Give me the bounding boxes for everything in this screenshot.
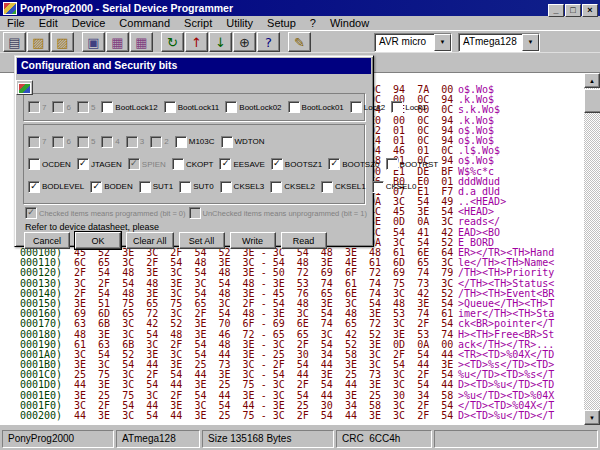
save-file-button[interactable]: ▣ bbox=[82, 32, 105, 52]
help-button[interactable]: ? bbox=[257, 32, 280, 52]
checkbox-label: BootLock12 bbox=[115, 103, 157, 112]
fuse-checkbox-cksel2[interactable]: CKSEL2 bbox=[270, 181, 315, 193]
open-file-button[interactable]: ▨ bbox=[27, 32, 50, 52]
read-button[interactable]: Read bbox=[281, 232, 327, 249]
menu-item-edit[interactable]: Edit bbox=[32, 16, 65, 30]
checkbox-box[interactable] bbox=[350, 101, 362, 113]
checkbox-box[interactable] bbox=[101, 101, 113, 113]
fuse-checkbox-ocden[interactable]: OCDEN bbox=[28, 158, 71, 170]
checkbox-box[interactable] bbox=[391, 101, 403, 113]
menu-item-window[interactable]: Window bbox=[323, 16, 376, 30]
lock-checkbox-6: 6 bbox=[52, 101, 70, 113]
menu-item-setup[interactable]: Setup bbox=[260, 16, 303, 30]
fuse-checkbox-bootrst[interactable]: BOOTRST bbox=[386, 158, 439, 170]
write-button[interactable]: Write bbox=[230, 232, 276, 249]
write-device-button[interactable]: ↑ bbox=[185, 32, 208, 52]
checkbox-box[interactable]: ✓ bbox=[77, 158, 89, 170]
vertical-scrollbar[interactable]: ▲ ▼ bbox=[584, 73, 600, 425]
checkbox-box[interactable]: ✓ bbox=[328, 158, 340, 170]
open-device-file-button[interactable]: ▨ bbox=[51, 32, 74, 52]
checkbox-box[interactable] bbox=[164, 101, 176, 113]
checkbox-label: BootLock01 bbox=[302, 103, 344, 112]
fuse-checkbox-ckopt[interactable]: CKOPT bbox=[172, 158, 214, 170]
lock-checkbox-lock1[interactable]: Lock1 bbox=[391, 101, 426, 113]
scroll-down-icon[interactable]: ▼ bbox=[584, 410, 600, 425]
checkbox-box[interactable]: ✓ bbox=[90, 181, 102, 193]
status-panel-0: PonyProg2000 bbox=[2, 430, 114, 448]
fuse-checkbox-cksel1[interactable]: CKSEL1 bbox=[321, 181, 366, 193]
lock-checkbox-bootlock11[interactable]: BootLock11 bbox=[164, 101, 220, 113]
checkbox-box[interactable]: ✓ bbox=[28, 181, 40, 193]
device-family-combo[interactable]: AVR micro ▼ bbox=[374, 33, 452, 52]
menu-item-help[interactable]: ? bbox=[303, 16, 323, 30]
checkbox-box[interactable] bbox=[288, 101, 300, 113]
menu-item-script[interactable]: Script bbox=[177, 16, 219, 30]
checkbox-label: Lock2 bbox=[364, 103, 385, 112]
status-panel-2: Size 135168 Bytes bbox=[202, 430, 334, 448]
fuse-checkbox-bootsz1[interactable]: ✓BOOTSZ1 bbox=[271, 158, 322, 170]
save-data-button[interactable]: ▦ bbox=[130, 32, 153, 52]
save-data-icon: ▦ bbox=[135, 36, 147, 49]
child-window-icon-button[interactable] bbox=[16, 80, 33, 95]
chevron-down-icon[interactable]: ▼ bbox=[434, 34, 451, 51]
fuse-checkbox-cksel3[interactable]: CKSEL3 bbox=[220, 181, 265, 193]
scrollbar-thumb[interactable] bbox=[584, 89, 600, 113]
lock-checkbox-bootlock12[interactable]: BootLock12 bbox=[101, 101, 157, 113]
checkbox-box bbox=[126, 136, 138, 148]
scroll-up-icon[interactable]: ▲ bbox=[584, 73, 600, 88]
menu-item-device[interactable]: Device bbox=[65, 16, 113, 30]
fuse-checkbox-boden[interactable]: ✓BODEN bbox=[90, 181, 132, 193]
help-icon: ? bbox=[265, 36, 272, 49]
new-window-button[interactable]: ▤ bbox=[3, 32, 26, 52]
verify-button[interactable]: ⊕ bbox=[233, 32, 256, 52]
lock-bits-group: 765BootLock12BootLock11BootLock02BootLoc… bbox=[23, 93, 365, 121]
fuse-checkbox-sut1[interactable]: SUT1 bbox=[139, 181, 173, 193]
checkbox-box[interactable] bbox=[175, 136, 187, 148]
checkbox-box[interactable] bbox=[220, 181, 232, 193]
read-device-button[interactable]: ↓ bbox=[209, 32, 232, 52]
checkbox-box[interactable] bbox=[386, 158, 398, 170]
checkbox-box[interactable] bbox=[139, 181, 151, 193]
clear-all-button[interactable]: Clear All bbox=[126, 232, 174, 249]
menu-item-utility[interactable]: Utility bbox=[219, 16, 260, 30]
fuse-checkbox-eesave[interactable]: ✓EESAVE bbox=[219, 158, 264, 170]
lock-checkbox-bootlock01[interactable]: BootLock01 bbox=[288, 101, 344, 113]
checkbox-label: BODEN bbox=[104, 182, 132, 191]
fuse-checkbox-wdton[interactable]: WDTON bbox=[221, 136, 265, 148]
checkbox-label: CKSEL0 bbox=[386, 182, 417, 191]
reload-button[interactable]: ↻ bbox=[161, 32, 184, 52]
status-panel-3: CRC 6CC4h bbox=[336, 430, 432, 448]
cancel-button[interactable]: Cancel bbox=[24, 232, 70, 249]
checkbox-box[interactable]: ✓ bbox=[271, 158, 283, 170]
ok-button[interactable]: OK bbox=[75, 232, 121, 249]
device-type-combo[interactable]: ATmega128 ▼ bbox=[458, 33, 540, 52]
checkbox-box[interactable] bbox=[321, 181, 333, 193]
checkbox-box[interactable] bbox=[28, 158, 40, 170]
save-program-button[interactable]: ▦ bbox=[106, 32, 129, 52]
checkbox-box[interactable]: ✓ bbox=[219, 158, 231, 170]
fuse-checkbox-m103c[interactable]: M103C bbox=[175, 136, 215, 148]
fuse-checkbox-bodlevel[interactable]: ✓BODLEVEL bbox=[28, 181, 84, 193]
open-device-file-icon: ▨ bbox=[56, 36, 68, 49]
lock-checkbox-lock2[interactable]: Lock2 bbox=[350, 101, 385, 113]
lock-checkbox-bootlock02[interactable]: BootLock02 bbox=[225, 101, 281, 113]
fuse-checkbox-cksel0[interactable]: CKSEL0 bbox=[372, 181, 417, 193]
checkbox-box[interactable] bbox=[225, 101, 237, 113]
toolbar-separator bbox=[75, 32, 82, 52]
checkbox-box[interactable] bbox=[179, 181, 191, 193]
menu-item-file[interactable]: File bbox=[0, 16, 32, 30]
menu-item-command[interactable]: Command bbox=[112, 16, 177, 30]
fuse-checkbox-6: 6 bbox=[52, 136, 70, 148]
checkbox-box[interactable] bbox=[221, 136, 233, 148]
fuse-checkbox-jtagen[interactable]: ✓JTAGEN bbox=[77, 158, 122, 170]
checkbox-box[interactable] bbox=[270, 181, 282, 193]
fuse-checkbox-bootsz0[interactable]: ✓BOOTSZ0 bbox=[328, 158, 379, 170]
chevron-down-icon[interactable]: ▼ bbox=[522, 34, 539, 51]
fuse-checkbox-sut0[interactable]: SUT0 bbox=[179, 181, 213, 193]
checkbox-box[interactable] bbox=[372, 181, 384, 193]
edit-buffer-button[interactable]: ✎ bbox=[288, 32, 311, 52]
device-family-value: AVR micro bbox=[375, 34, 434, 51]
checkbox-box[interactable] bbox=[172, 158, 184, 170]
set-all-button[interactable]: Set All bbox=[179, 232, 225, 249]
status-panel-4 bbox=[434, 430, 598, 448]
